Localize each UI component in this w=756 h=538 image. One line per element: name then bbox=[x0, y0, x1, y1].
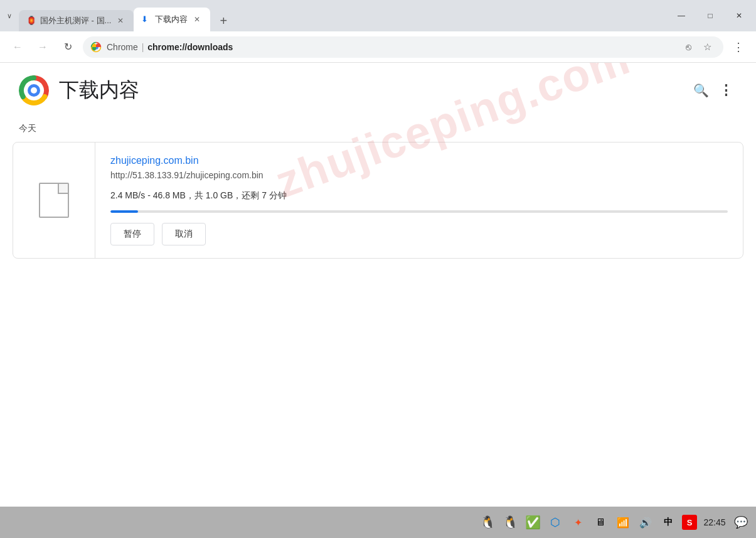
minimize-button[interactable]: — bbox=[667, 6, 696, 26]
new-tab-button[interactable]: + bbox=[213, 10, 234, 31]
tab-inactive[interactable]: 🏮 国外主机测评 - 国... ✕ bbox=[19, 10, 134, 31]
menu-icon: ⋮ bbox=[733, 40, 744, 54]
star-icon: ☆ bbox=[703, 41, 711, 53]
new-tab-icon: + bbox=[220, 14, 228, 28]
tab1-close[interactable]: ✕ bbox=[115, 15, 126, 26]
taskbar-time: 22:45 bbox=[702, 517, 727, 527]
header-actions: 🔍 ⋮ bbox=[689, 79, 737, 102]
downloads-header: 下载内容 🔍 ⋮ bbox=[0, 63, 756, 118]
search-icon: 🔍 bbox=[693, 83, 709, 98]
page-content: 下载内容 🔍 ⋮ zhujiceping.com 今天 zhujiceping.… bbox=[0, 63, 756, 507]
taskbar-battery[interactable]: 🖥 bbox=[592, 514, 609, 531]
download-url: http://51.38.133.91/zhujiceping.com.bin bbox=[110, 170, 728, 180]
bookmark-button[interactable]: ☆ bbox=[698, 38, 716, 56]
toolbar-right: ⋮ bbox=[728, 37, 748, 57]
taskbar-check[interactable]: ✅ bbox=[524, 514, 541, 531]
download-filename[interactable]: zhujiceping.com.bin bbox=[110, 155, 728, 166]
svg-point-5 bbox=[31, 87, 37, 94]
refresh-button[interactable]: ↻ bbox=[58, 37, 78, 57]
window-controls: — □ ✕ bbox=[667, 6, 756, 26]
taskbar-bluetooth[interactable]: ⬡ bbox=[546, 514, 564, 531]
refresh-icon: ↻ bbox=[64, 41, 72, 53]
cancel-button[interactable]: 取消 bbox=[162, 223, 206, 245]
url-path: chrome://downloads bbox=[147, 42, 233, 52]
download-info: zhujiceping.com.bin http://51.38.133.91/… bbox=[95, 143, 743, 258]
tab-group: 🏮 国外主机测评 - 国... ✕ ⬇ 下载内容 ✕ + bbox=[19, 0, 234, 31]
taskbar: 🐧 🐧 ✅ ⬡ ✦ 🖥 📶 🔊 中 S 22:45 💬 bbox=[0, 507, 756, 538]
maximize-icon: □ bbox=[708, 11, 712, 20]
tab-active[interactable]: ⬇ 下载内容 ✕ bbox=[134, 8, 210, 31]
forward-button[interactable]: → bbox=[33, 37, 53, 57]
download-card: zhujiceping.com.bin http://51.38.133.91/… bbox=[13, 142, 743, 259]
chevron-icon: ∨ bbox=[7, 12, 12, 20]
back-button[interactable]: ← bbox=[8, 37, 28, 57]
title-bar: ∨ 🏮 国外主机测评 - 国... ✕ ⬇ 下载内容 ✕ + — □ ✕ bbox=[0, 0, 756, 31]
close-icon: ✕ bbox=[736, 11, 742, 20]
forward-icon: → bbox=[38, 41, 48, 53]
page-title: 下载内容 bbox=[59, 77, 139, 104]
download-icon-area bbox=[13, 143, 95, 258]
taskbar-sogou[interactable]: S bbox=[682, 515, 697, 530]
share-icon: ⎋ bbox=[686, 41, 691, 52]
back-icon: ← bbox=[13, 41, 23, 53]
more-button[interactable]: ⋮ bbox=[715, 79, 737, 102]
search-button[interactable]: 🔍 bbox=[689, 79, 712, 102]
progress-bar-container bbox=[110, 210, 728, 213]
tab2-title: 下载内容 bbox=[155, 14, 188, 25]
download-speed: 2.4 MB/s - 46.8 MB，共 1.0 GB，还剩 7 分钟 bbox=[110, 190, 728, 202]
pause-button[interactable]: 暂停 bbox=[110, 223, 154, 245]
address-bar: ← → ↻ Chrome | chrome://downloads ⎋ bbox=[0, 31, 756, 63]
progress-bar-fill bbox=[110, 210, 138, 213]
taskbar-qq2[interactable]: 🐧 bbox=[501, 514, 519, 531]
more-icon: ⋮ bbox=[719, 82, 733, 99]
url-bar[interactable]: Chrome | chrome://downloads ⎋ ☆ bbox=[83, 36, 723, 58]
chrome-logo bbox=[19, 75, 49, 105]
tab-chevron[interactable]: ∨ bbox=[0, 6, 19, 25]
section-label: 今天 bbox=[0, 118, 756, 142]
url-separator: | bbox=[142, 42, 147, 52]
tab2-close[interactable]: ✕ bbox=[191, 14, 203, 25]
url-brand: Chrome bbox=[107, 42, 138, 52]
tab2-favicon: ⬇ bbox=[141, 14, 151, 24]
share-button[interactable]: ⎋ bbox=[679, 38, 697, 56]
minimize-icon: — bbox=[678, 11, 685, 20]
taskbar-wifi[interactable]: 📶 bbox=[614, 514, 632, 531]
taskbar-notify[interactable]: 💬 bbox=[732, 514, 750, 531]
tab1-favicon: 🏮 bbox=[26, 16, 36, 26]
taskbar-input[interactable]: 中 bbox=[659, 514, 677, 531]
maximize-button[interactable]: □ bbox=[696, 6, 725, 26]
chrome-icon bbox=[90, 41, 102, 53]
url-text: Chrome | chrome://downloads bbox=[107, 42, 674, 52]
browser-menu-button[interactable]: ⋮ bbox=[728, 37, 748, 57]
taskbar-right: 🐧 🐧 ✅ ⬡ ✦ 🖥 📶 🔊 中 S 22:45 💬 bbox=[479, 514, 750, 531]
download-actions: 暂停 取消 bbox=[110, 223, 728, 245]
close-button[interactable]: ✕ bbox=[725, 6, 753, 26]
taskbar-qq1[interactable]: 🐧 bbox=[479, 514, 496, 531]
taskbar-volume[interactable]: 🔊 bbox=[637, 514, 654, 531]
taskbar-figma[interactable]: ✦ bbox=[569, 514, 587, 531]
url-actions: ⎋ ☆ bbox=[679, 38, 716, 56]
file-icon bbox=[39, 183, 69, 218]
tab1-title: 国外主机测评 - 国... bbox=[40, 15, 111, 26]
